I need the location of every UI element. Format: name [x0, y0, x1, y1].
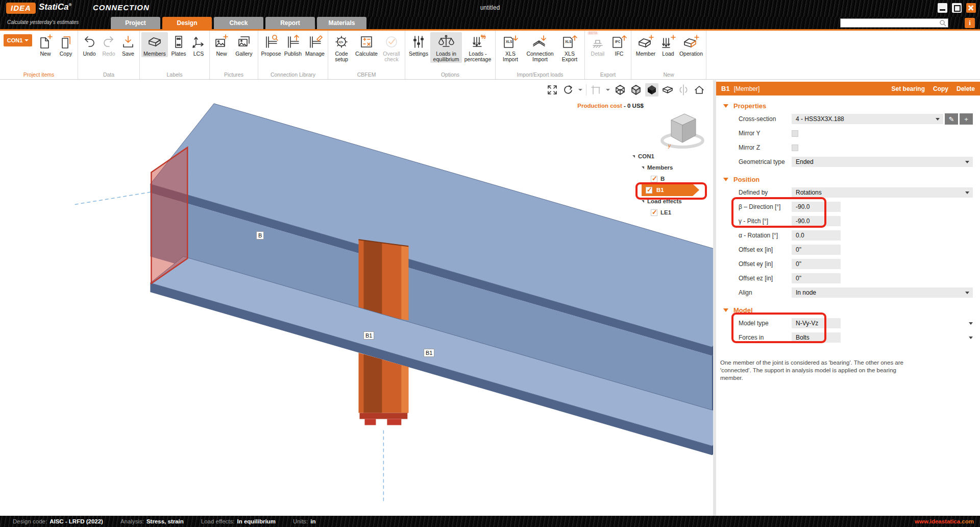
group-label: New — [633, 71, 704, 79]
rotate-view-icon[interactable] — [561, 83, 575, 97]
tree-item-le1[interactable]: LE1 — [631, 207, 709, 218]
copy-item-button[interactable]: Copy — [56, 32, 76, 57]
edit-cross-section-button[interactable]: ✎ — [945, 113, 958, 125]
solid-view-icon[interactable] — [645, 83, 658, 97]
svg-text:%: % — [481, 34, 486, 40]
clip-view-icon[interactable] — [661, 83, 674, 97]
close-button[interactable] — [966, 3, 976, 13]
gamma-pitch-field[interactable]: -90.0 — [792, 216, 841, 226]
tree-item-b1[interactable]: B1 — [631, 184, 709, 196]
connection-selector[interactable]: CON1 — [4, 34, 32, 46]
new-file-icon — [38, 33, 53, 51]
navigation-cube[interactable]: y — [657, 109, 708, 154]
section-position[interactable]: Position — [716, 173, 980, 185]
tab-report[interactable]: Report — [265, 17, 315, 29]
code-setup-button[interactable]: </> Code setup — [330, 32, 353, 63]
shaded-view-icon[interactable] — [629, 83, 643, 97]
checkbox-checked[interactable] — [646, 187, 652, 194]
selected-member-highlight[interactable]: B1 — [642, 184, 693, 196]
new-picture-button[interactable]: New — [211, 32, 232, 57]
align-select[interactable]: In node — [792, 288, 973, 298]
new-load-button[interactable]: Load — [658, 32, 678, 57]
wireframe-view-icon[interactable] — [614, 83, 627, 97]
minimize-button[interactable] — [938, 3, 947, 13]
fit-view-icon[interactable] — [546, 83, 559, 97]
save-button[interactable]: Save — [118, 32, 138, 57]
calculate-button[interactable]: Calculate — [353, 32, 380, 57]
new-item-button[interactable]: New — [35, 32, 56, 57]
search-input[interactable] — [840, 18, 948, 28]
xls-export-button[interactable]: XLS XLS Export — [556, 32, 583, 63]
mirror-y-checkbox[interactable] — [792, 130, 798, 137]
overall-check-button[interactable]: Overall check — [380, 32, 403, 63]
connection-import-button[interactable]: Connection Import — [524, 32, 556, 63]
tab-materials[interactable]: Materials — [317, 17, 366, 29]
expander-icon[interactable] — [642, 166, 644, 169]
lcs-labels-button[interactable]: LCS — [189, 32, 208, 57]
offset-ex-field[interactable]: 0" — [792, 245, 841, 255]
checkbox-checked[interactable] — [651, 176, 657, 182]
redo-button[interactable]: Redo — [99, 32, 118, 57]
ribbon-group-cbfem: </> Code setup Calculate Overall check C… — [328, 31, 405, 79]
website-link[interactable]: www.ideastatica.com — [915, 518, 974, 524]
chevron-down-icon[interactable] — [606, 89, 610, 91]
section-model[interactable]: Model — [716, 304, 980, 316]
selected-member-id: B1 — [721, 85, 730, 92]
offset-ez-field[interactable]: 0" — [792, 273, 841, 283]
geometrical-type-select[interactable]: Ended — [792, 157, 973, 167]
viewport-3d[interactable]: B B1 B1 Production cost - 0 US$ — [0, 80, 716, 516]
expander-icon[interactable] — [642, 200, 644, 203]
tree-item-members[interactable]: Members — [631, 162, 709, 173]
publish-button[interactable]: Publish — [282, 32, 304, 57]
tree-item-load-effects[interactable]: Load effects — [631, 196, 709, 207]
mirror-view-icon[interactable] — [677, 83, 690, 97]
set-bearing-button[interactable]: Set bearing — [892, 85, 925, 92]
delete-member-button[interactable]: Delete — [957, 85, 975, 92]
maximize-button[interactable] — [952, 3, 962, 13]
defined-by-select[interactable]: Rotations — [792, 187, 973, 198]
gallery-button[interactable]: Gallery — [232, 32, 256, 57]
group-label: Options — [407, 71, 494, 79]
tree-item-con1[interactable]: CON1 — [631, 151, 709, 162]
xls-import-button[interactable]: XLS XLS Import — [497, 32, 524, 63]
loads-in-equilibrium-button[interactable]: Loads in equilibrium — [430, 32, 462, 63]
cross-section-select[interactable]: 4 - HSS3X3X.188 — [792, 114, 943, 124]
checkbox-checked[interactable] — [651, 209, 657, 216]
alpha-rotation-field[interactable]: 0.0 — [792, 230, 841, 241]
tab-check[interactable]: Check — [214, 17, 263, 29]
model-type-select[interactable]: N-Vy-Vz — [792, 318, 841, 328]
chevron-down-icon[interactable] — [578, 89, 582, 91]
chevron-down-icon — [24, 39, 29, 41]
info-button[interactable]: i — [965, 18, 975, 28]
detail-export-button[interactable]: BETA Detail — [586, 32, 609, 57]
chevron-down-icon[interactable] — [969, 337, 973, 339]
tree-item-b[interactable]: B — [631, 173, 709, 184]
add-cross-section-button[interactable]: + — [960, 113, 973, 125]
chevron-down-icon[interactable] — [969, 322, 973, 325]
new-member-button[interactable]: Member — [633, 32, 658, 57]
tab-project[interactable]: Project — [111, 17, 160, 29]
undo-button[interactable]: Undo — [80, 32, 99, 57]
plates-labels-button[interactable]: Plates — [168, 32, 189, 57]
tab-design[interactable]: Design — [162, 17, 212, 29]
section-view-icon[interactable] — [589, 83, 602, 97]
beta-direction-field[interactable]: -90.0 — [792, 202, 841, 212]
loads-percentage-button[interactable]: % Loads - percentage — [462, 32, 494, 63]
property-label: Mirror Z — [739, 144, 792, 151]
manage-button[interactable]: Manage — [304, 32, 326, 57]
mirror-z-checkbox[interactable] — [792, 145, 798, 151]
row-model-type: Model type N-Vy-Vz — [716, 316, 980, 330]
section-properties[interactable]: Properties — [716, 100, 980, 112]
offset-ey-field[interactable]: 0" — [792, 259, 841, 269]
propose-button[interactable]: Propose — [260, 32, 282, 57]
copy-member-button[interactable]: Copy — [933, 85, 948, 92]
home-view-icon[interactable] — [693, 83, 706, 97]
scene-3d[interactable] — [0, 80, 713, 516]
settings-button[interactable]: Settings — [407, 32, 430, 57]
gear-icon: </> — [334, 33, 349, 51]
expander-icon[interactable] — [632, 155, 635, 158]
ifc-export-button[interactable]: IFC IFC — [609, 32, 629, 57]
forces-in-select[interactable]: Bolts — [792, 332, 841, 343]
members-labels-button[interactable]: Members — [141, 32, 168, 57]
new-operation-button[interactable]: Operation — [678, 32, 704, 57]
